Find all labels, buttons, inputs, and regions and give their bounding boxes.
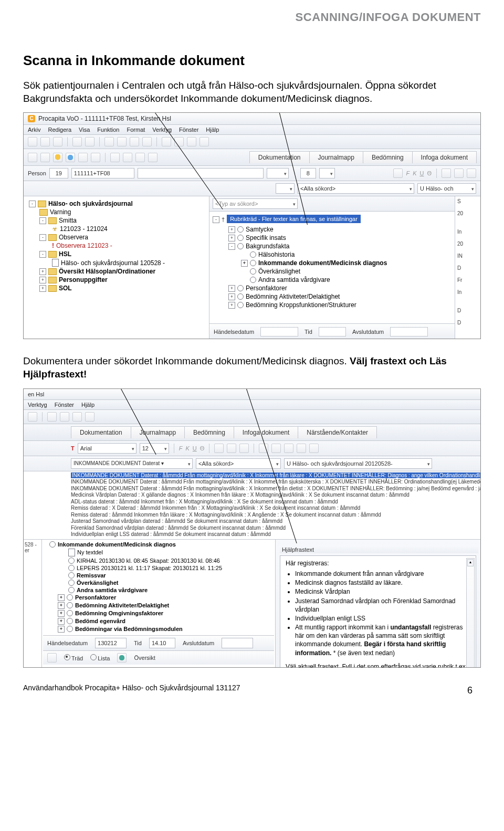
- frastext-line[interactable]: INKOMMANDE DOKUMENT Daterat : ååmmdd Frå…: [71, 486, 477, 492]
- tid-field[interactable]: 14.10: [149, 638, 175, 648]
- frastext-line[interactable]: Individuellplan enligt LSS daterad : ååm…: [71, 531, 477, 538]
- menu-item[interactable]: Visa: [79, 127, 90, 133]
- tree2-row[interactable]: LEPERS 20130121 kl. 11:17 Skapat: 201301…: [43, 564, 274, 572]
- toolbar-icon[interactable]: [78, 153, 88, 162]
- nav-prev-icon[interactable]: [60, 412, 69, 422]
- tree-row[interactable]: -HSL: [26, 250, 207, 258]
- tree-row[interactable]: +Personuppgifter: [26, 276, 207, 284]
- rubrik-row[interactable]: +Specifik insats: [213, 234, 452, 242]
- tree-row[interactable]: +SOL: [26, 284, 207, 292]
- hd-field[interactable]: 130212: [95, 638, 127, 648]
- tree2-row[interactable]: Andra samtida vårdgivare: [43, 586, 274, 594]
- tree-row[interactable]: Hälso- och sjukvårdsjournal 120528 -: [26, 258, 207, 267]
- rubrik-row[interactable]: -Bakgrundsfakta: [213, 242, 452, 250]
- toolbar-icon[interactable]: [104, 137, 114, 146]
- tree2-row[interactable]: +Bedömningar via Bedömningsmodulen: [43, 625, 274, 633]
- toolbar-icon[interactable]: [28, 153, 37, 162]
- format-strike[interactable]: Θ: [200, 445, 205, 451]
- menu-item[interactable]: Hjälp: [206, 127, 219, 133]
- nav-last-icon[interactable]: [200, 137, 209, 146]
- tab[interactable]: Bedömning: [363, 151, 413, 163]
- tab[interactable]: Dokumentation: [249, 151, 310, 163]
- rubrik-row[interactable]: +Bedömning Aktiviteter/Delaktighet: [213, 292, 452, 301]
- menu-item[interactable]: Fönster: [55, 402, 74, 408]
- toolbar-icon[interactable]: [284, 444, 293, 453]
- tree2-row[interactable]: +Bedömning Omgivningsfaktorer: [43, 609, 274, 617]
- person-seq-field[interactable]: 19: [49, 168, 68, 178]
- tab[interactable]: Journalmapp: [309, 151, 363, 163]
- menu-item[interactable]: Verktyg: [28, 402, 47, 408]
- tab[interactable]: Journalmapp: [131, 426, 185, 438]
- avslut-field[interactable]: [222, 638, 253, 648]
- frastext-line[interactable]: Remiss daterad : X Daterad : ååmmdd Inko…: [71, 505, 477, 512]
- tid-field[interactable]: [319, 327, 346, 336]
- tree-row[interactable]: !Observera 121023 -: [26, 241, 207, 250]
- tab[interactable]: Infoga dokument: [412, 151, 477, 163]
- format-u[interactable]: U: [193, 445, 197, 451]
- tab[interactable]: Närstående/Kontakter: [298, 426, 377, 438]
- tree2-row[interactable]: KIRHAL 20130130 kl. 08:45 Skapat: 201301…: [43, 557, 274, 564]
- small-dropdown[interactable]: [276, 183, 295, 194]
- tree-view-icon[interactable]: [47, 653, 57, 662]
- tree2-row[interactable]: Remissvar: [43, 572, 274, 579]
- font-size-field[interactable]: 8: [300, 168, 316, 178]
- alla-sokord-dropdown[interactable]: <Alla sökord>: [298, 183, 414, 194]
- toolbar-icon[interactable]: [271, 444, 281, 453]
- align-icon[interactable]: [467, 169, 476, 178]
- menu-item[interactable]: Redigera: [48, 127, 71, 133]
- format-f[interactable]: F: [179, 445, 183, 451]
- nav-last-icon[interactable]: [85, 412, 94, 422]
- person-id-field[interactable]: 111111+TF08: [71, 168, 134, 178]
- align-icon[interactable]: [227, 444, 236, 453]
- align-icon[interactable]: [454, 169, 464, 178]
- frastext-line[interactable]: Remiss daterad : ååmmdd Inkommen från lä…: [71, 512, 477, 519]
- tree2-row[interactable]: +Bedömning Aktiviteter/Delaktighet: [43, 602, 274, 609]
- tree2-row[interactable]: +Bedömd egenvård: [43, 617, 274, 625]
- menu-item[interactable]: Arkiv: [28, 127, 40, 133]
- rubrik-row[interactable]: +Inkommande dokument/Medicinsk diagnos: [213, 259, 452, 267]
- menu-item[interactable]: Hjälp: [81, 402, 94, 408]
- align-icon[interactable]: [442, 169, 451, 178]
- rubrik-row[interactable]: +Bedömning Kroppsfunktioner/Strukturer: [213, 301, 452, 309]
- toolbar-icon[interactable]: [148, 153, 158, 162]
- radio-trad[interactable]: [64, 654, 70, 660]
- toolbar-icon[interactable]: [117, 137, 127, 146]
- tab[interactable]: Dokumentation: [71, 426, 131, 438]
- nav-next-icon[interactable]: [187, 137, 196, 146]
- radio-lista[interactable]: [90, 654, 97, 660]
- handelsedatum-field[interactable]: [260, 327, 298, 336]
- toolbar-icon[interactable]: [135, 153, 145, 162]
- scroll-up-icon[interactable]: ▴: [467, 559, 474, 566]
- rubrik-row[interactable]: Hälsohistoria: [213, 250, 452, 259]
- toolbar-icon[interactable]: [297, 444, 306, 453]
- avslut-field[interactable]: [390, 327, 428, 336]
- rubrik-row[interactable]: +Personfaktorer: [213, 284, 452, 292]
- toolbar-icon[interactable]: [123, 153, 132, 162]
- menu-item[interactable]: Fönster: [179, 127, 198, 133]
- toolbar-icon[interactable]: [40, 137, 50, 146]
- toolbar-icon[interactable]: [91, 153, 100, 162]
- rubrik-header-selected[interactable]: Rubrikträd - Fler texter kan finnas, se …: [227, 215, 361, 223]
- star-icon[interactable]: [53, 153, 62, 162]
- font-family-dropdown[interactable]: Arial: [78, 443, 136, 454]
- tab[interactable]: Bedömning: [184, 426, 234, 438]
- toolbar-icon[interactable]: [40, 153, 50, 162]
- font-size-dropdown[interactable]: [319, 168, 335, 178]
- unit-dropdown[interactable]: U Hälso- och: [417, 183, 476, 194]
- refresh-icon[interactable]: [66, 153, 75, 162]
- align-icon[interactable]: [214, 444, 224, 453]
- toolbar-icon[interactable]: [130, 137, 139, 146]
- tree2-row[interactable]: Ny textdel: [43, 548, 274, 557]
- tree-row[interactable]: -Observera: [26, 233, 207, 241]
- toolbar-icon[interactable]: [309, 444, 319, 453]
- alla-sokord-dropdown-2[interactable]: <Alla sökord>: [196, 458, 281, 469]
- rubrik-row[interactable]: Överkänslighet: [213, 267, 452, 276]
- tree2-row[interactable]: Överkänslighet: [43, 579, 274, 586]
- format-strike[interactable]: Θ: [427, 170, 432, 176]
- tree-row[interactable]: -Hälso- och sjukvårdsjournal: [26, 199, 207, 208]
- menu-item[interactable]: Format: [127, 127, 145, 133]
- menu-item[interactable]: Funktion: [97, 127, 119, 133]
- overview-icon[interactable]: [117, 653, 127, 662]
- scrollbar[interactable]: ▴: [466, 558, 475, 668]
- frastext-line[interactable]: Medicinsk Vårdplan Daterad : X gällande …: [71, 492, 477, 499]
